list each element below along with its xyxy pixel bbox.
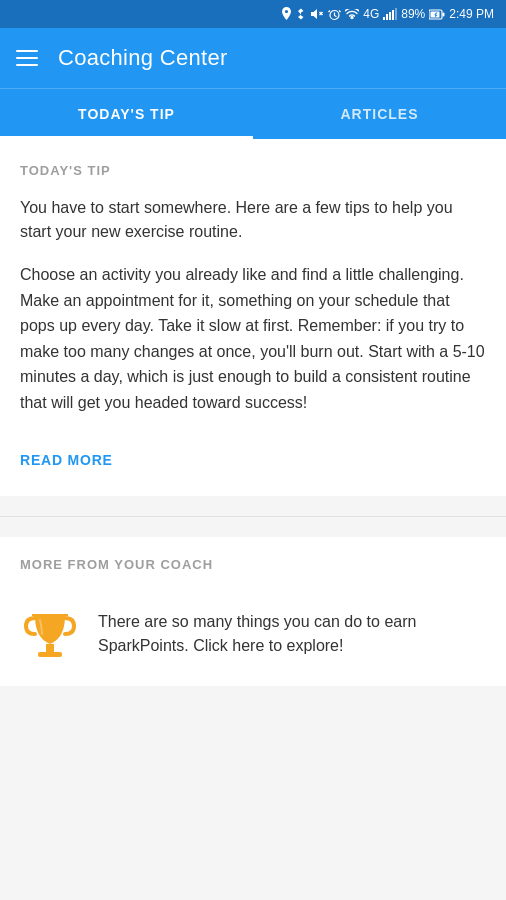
menu-button[interactable] xyxy=(16,50,38,66)
coach-section-label: MORE FROM YOUR COACH xyxy=(20,557,486,572)
volume-mute-icon xyxy=(310,8,324,20)
coach-card-text[interactable]: There are so many things you can do to e… xyxy=(98,606,486,658)
alarm-icon xyxy=(328,8,341,21)
bluetooth-icon xyxy=(296,7,306,21)
battery-percent: 89% xyxy=(401,7,425,21)
tip-body-text: Choose an activity you already like and … xyxy=(20,262,486,416)
coach-section: MORE FROM YOUR COACH There are so many t… xyxy=(0,537,506,686)
wifi-icon xyxy=(345,9,359,20)
tab-todays-tip[interactable]: TODAY'S TIP xyxy=(0,89,253,139)
todays-tip-section: TODAY'S TIP You have to start somewhere.… xyxy=(0,139,506,496)
read-more-button[interactable]: READ MORE xyxy=(20,444,113,476)
status-icons: 4G 89% 2:49 PM xyxy=(281,7,494,21)
svg-rect-8 xyxy=(443,12,445,16)
tip-intro-text: You have to start somewhere. Here are a … xyxy=(20,196,486,244)
page-title: Coaching Center xyxy=(58,45,228,71)
signal-icon xyxy=(383,8,397,20)
trophy-icon xyxy=(20,606,80,666)
clock: 2:49 PM xyxy=(449,7,494,21)
svg-rect-1 xyxy=(383,17,385,20)
coach-card[interactable]: There are so many things you can do to e… xyxy=(20,590,486,666)
svg-rect-9 xyxy=(46,644,54,652)
svg-rect-4 xyxy=(392,10,394,20)
tip-section-label: TODAY'S TIP xyxy=(20,163,486,178)
location-icon xyxy=(281,7,292,21)
tab-bar: TODAY'S TIP ARTICLES xyxy=(0,88,506,139)
tab-articles[interactable]: ARTICLES xyxy=(253,89,506,139)
app-header: Coaching Center xyxy=(0,28,506,88)
battery-icon xyxy=(429,9,445,20)
network-label: 4G xyxy=(363,7,379,21)
svg-rect-5 xyxy=(395,8,397,20)
svg-rect-10 xyxy=(38,652,62,657)
section-divider xyxy=(0,516,506,517)
status-bar: 4G 89% 2:49 PM xyxy=(0,0,506,28)
svg-rect-3 xyxy=(389,12,391,20)
svg-rect-2 xyxy=(386,14,388,20)
